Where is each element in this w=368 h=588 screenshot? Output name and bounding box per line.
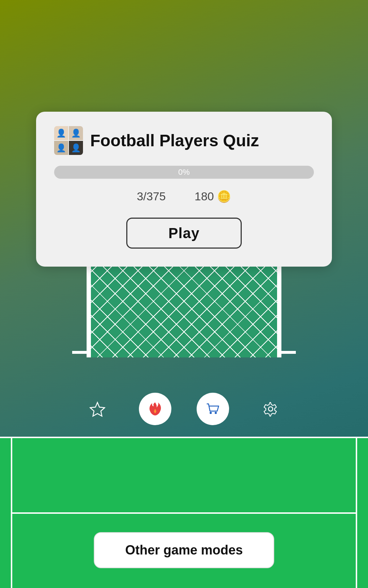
pitch-line-top bbox=[0, 437, 368, 438]
cart-icon bbox=[205, 401, 221, 417]
other-game-modes-button[interactable]: Other game modes bbox=[94, 532, 274, 568]
player-photo-1: 👤 bbox=[54, 126, 68, 140]
star-icon bbox=[89, 401, 105, 417]
player-photo-4: 👤 bbox=[69, 141, 83, 155]
favorites-button[interactable] bbox=[81, 393, 114, 425]
trending-button[interactable] bbox=[139, 393, 171, 425]
card-header: 👤 👤 👤 👤 Football Players Quiz bbox=[54, 126, 314, 155]
icon-row bbox=[81, 393, 287, 425]
progress-bar-container: 0% bbox=[54, 166, 314, 179]
play-button[interactable]: Play bbox=[126, 218, 242, 249]
progress-bar-label: 0% bbox=[178, 168, 190, 177]
coins-icon: 🪙 bbox=[217, 190, 231, 203]
gear-icon bbox=[263, 401, 279, 417]
svg-marker-0 bbox=[90, 402, 105, 416]
quiz-card: 👤 👤 👤 👤 Football Players Quiz 0% 3/375 1… bbox=[36, 112, 332, 267]
shop-button[interactable] bbox=[197, 393, 229, 425]
pitch-line-center bbox=[11, 512, 357, 514]
fire-icon bbox=[147, 401, 163, 417]
svg-point-2 bbox=[215, 412, 217, 414]
settings-button[interactable] bbox=[254, 393, 287, 425]
player-photo-2: 👤 bbox=[69, 126, 83, 140]
stat-coins: 180 🪙 bbox=[194, 190, 231, 203]
svg-point-1 bbox=[210, 412, 212, 414]
player-mosaic: 👤 👤 👤 👤 bbox=[54, 126, 83, 155]
stats-row: 3/375 180 🪙 bbox=[54, 190, 314, 203]
stat-progress: 3/375 bbox=[137, 190, 166, 203]
card-title: Football Players Quiz bbox=[90, 131, 259, 150]
svg-point-3 bbox=[268, 407, 273, 411]
player-photo-3: 👤 bbox=[54, 141, 68, 155]
